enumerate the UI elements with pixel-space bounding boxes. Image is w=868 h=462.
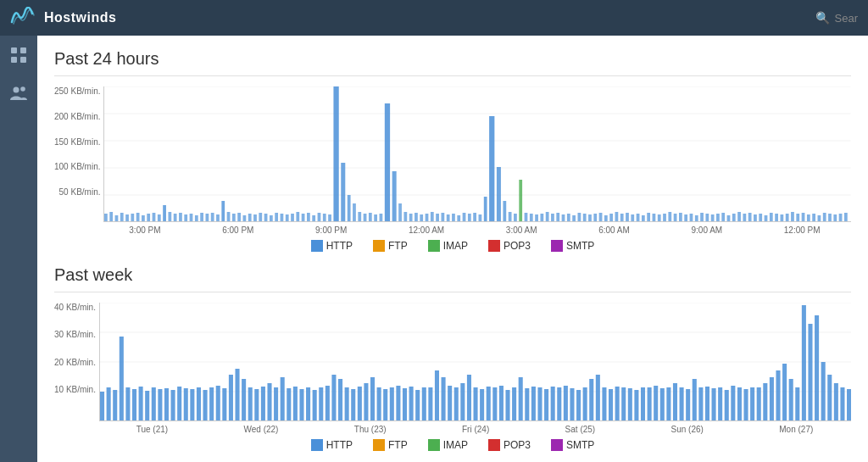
svg-rect-11 — [104, 214, 108, 222]
svg-rect-34 — [227, 212, 231, 222]
legend-smtp-color-2 — [551, 439, 563, 451]
svg-rect-243 — [679, 387, 683, 421]
svg-rect-167 — [190, 389, 194, 421]
x-label: Sat (25) — [565, 425, 596, 434]
svg-rect-14 — [120, 213, 124, 222]
legend-ftp-color — [373, 240, 385, 252]
svg-rect-250 — [725, 390, 729, 421]
svg-rect-67 — [409, 214, 413, 222]
svg-rect-261 — [795, 387, 799, 421]
svg-rect-66 — [404, 212, 408, 222]
legend-http-2: HTTP — [311, 439, 353, 451]
svg-rect-178 — [261, 387, 265, 421]
svg-rect-42 — [270, 215, 273, 222]
svg-rect-81 — [484, 197, 487, 222]
svg-rect-125 — [722, 213, 726, 222]
svg-rect-160 — [145, 391, 149, 421]
divider-2 — [54, 292, 851, 292]
svg-rect-266 — [827, 375, 832, 421]
svg-rect-236 — [634, 390, 638, 421]
svg-rect-205 — [435, 370, 439, 421]
svg-rect-145 — [829, 214, 832, 222]
y-label: 20 KB/min. — [54, 358, 96, 367]
svg-rect-191 — [345, 387, 349, 421]
svg-rect-137 — [786, 214, 789, 222]
svg-rect-82 — [490, 116, 495, 222]
svg-rect-134 — [770, 213, 773, 222]
svg-rect-72 — [437, 214, 440, 222]
past24-x-axis: 3:00 PM 6:00 PM 9:00 PM 12:00 AM 3:00 AM… — [54, 225, 851, 235]
x-label: Thu (23) — [354, 425, 387, 434]
svg-rect-259 — [782, 364, 787, 421]
svg-rect-91 — [541, 214, 544, 222]
svg-rect-187 — [319, 387, 323, 421]
svg-rect-177 — [254, 389, 259, 421]
svg-rect-27 — [190, 214, 193, 222]
svg-rect-123 — [711, 214, 715, 222]
svg-rect-69 — [420, 214, 424, 222]
svg-rect-129 — [743, 214, 747, 222]
svg-rect-93 — [552, 214, 555, 222]
svg-rect-144 — [823, 213, 826, 222]
users-icon[interactable] — [7, 82, 31, 109]
svg-rect-174 — [235, 369, 239, 421]
svg-rect-188 — [326, 386, 330, 421]
svg-rect-203 — [422, 387, 426, 421]
pastweek-legend: HTTP FTP IMAP POP3 SMTP — [54, 439, 851, 451]
y-label: 100 KB/min. — [54, 162, 100, 171]
svg-rect-210 — [467, 375, 471, 421]
svg-rect-30 — [206, 214, 209, 222]
svg-rect-94 — [557, 213, 560, 222]
svg-rect-251 — [731, 386, 735, 421]
svg-rect-52 — [323, 214, 326, 222]
search-icon: 🔍 — [815, 11, 830, 25]
svg-rect-33 — [222, 201, 225, 222]
svg-rect-2 — [11, 57, 17, 63]
svg-rect-73 — [442, 213, 445, 222]
svg-rect-19 — [147, 214, 151, 222]
legend-imap-color — [428, 240, 440, 252]
svg-rect-88 — [525, 213, 528, 222]
svg-rect-85 — [509, 212, 512, 222]
app-name: Hostwinds — [44, 10, 116, 25]
svg-rect-44 — [281, 214, 284, 222]
svg-rect-101 — [594, 214, 598, 222]
svg-rect-53 — [329, 214, 332, 222]
svg-rect-219 — [525, 388, 529, 421]
svg-rect-244 — [686, 389, 690, 421]
svg-rect-32 — [217, 214, 220, 222]
svg-rect-217 — [512, 387, 516, 421]
svg-rect-21 — [158, 214, 161, 222]
legend-pop3-label-2: POP3 — [504, 439, 531, 451]
x-label: 6:00 AM — [598, 225, 630, 235]
search-area[interactable]: 🔍 Sear — [815, 11, 858, 25]
legend-imap-label: IMAP — [443, 240, 468, 252]
past24-svg — [104, 86, 851, 222]
svg-rect-241 — [666, 387, 670, 421]
svg-rect-213 — [487, 387, 491, 421]
svg-rect-184 — [299, 389, 303, 421]
svg-rect-18 — [142, 215, 146, 222]
svg-rect-13 — [115, 215, 119, 222]
svg-rect-22 — [164, 205, 167, 222]
svg-rect-147 — [839, 214, 843, 222]
legend-ftp-label: FTP — [388, 240, 408, 252]
grid-icon[interactable] — [8, 44, 30, 70]
svg-rect-74 — [447, 214, 450, 222]
legend-http-label-2: HTTP — [326, 439, 353, 451]
svg-rect-35 — [232, 214, 236, 222]
legend-smtp-color — [551, 240, 563, 252]
svg-rect-119 — [690, 214, 693, 222]
past24-y-axis: 250 KB/min. 200 KB/min. 150 KB/min. 100 … — [54, 86, 103, 222]
legend-smtp-label-2: SMTP — [566, 439, 594, 451]
legend-ftp-color-2 — [373, 439, 385, 451]
svg-rect-75 — [453, 214, 456, 222]
svg-rect-247 — [705, 387, 709, 421]
svg-rect-169 — [203, 390, 207, 421]
y-label: 250 KB/min. — [54, 86, 100, 96]
svg-rect-55 — [342, 163, 346, 222]
main-layout: Past 24 hours 250 KB/min. 200 KB/min. 15… — [0, 36, 868, 462]
svg-rect-226 — [570, 388, 574, 421]
svg-rect-176 — [248, 387, 253, 421]
past24-title: Past 24 hours — [54, 49, 851, 69]
